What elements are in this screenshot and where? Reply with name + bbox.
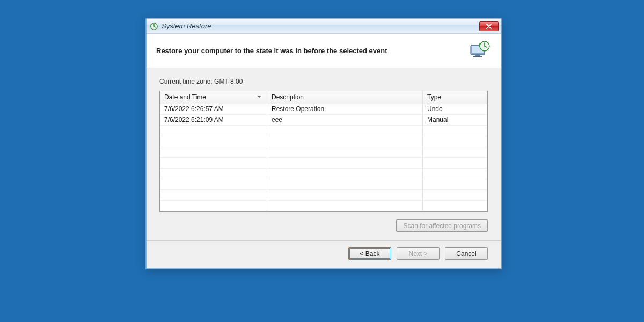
restore-points-table[interactable]: Date and Time Description Type 7/6/2022 …: [159, 91, 488, 212]
scan-row: Scan for affected programs: [159, 219, 488, 232]
cell-description: eee: [267, 115, 423, 125]
column-type[interactable]: Type: [423, 91, 487, 104]
table-row-empty: [160, 147, 487, 158]
header-area: Restore your computer to the state it wa…: [147, 34, 501, 68]
cell-type: Undo: [423, 104, 487, 114]
page-heading: Restore your computer to the state it wa…: [156, 47, 387, 55]
cancel-button[interactable]: Cancel: [445, 247, 488, 260]
scan-affected-programs-button[interactable]: Scan for affected programs: [396, 219, 488, 232]
column-date-time[interactable]: Date and Time: [160, 91, 267, 104]
cell-date: 7/6/2022 6:21:09 AM: [160, 115, 267, 125]
svg-rect-4: [475, 55, 480, 56]
titlebar: System Restore: [147, 19, 501, 34]
svg-rect-5: [473, 56, 482, 57]
close-button[interactable]: [479, 21, 499, 31]
cell-date: 7/6/2022 6:26:57 AM: [160, 104, 267, 114]
column-description[interactable]: Description: [267, 91, 423, 104]
table-row-empty: [160, 201, 487, 211]
column-label: Type: [427, 93, 441, 101]
sort-descending-icon: [257, 96, 261, 98]
cell-description: Restore Operation: [267, 104, 423, 114]
table-header: Date and Time Description Type: [160, 91, 487, 104]
table-row[interactable]: 7/6/2022 6:21:09 AMeeeManual: [160, 115, 487, 126]
table-row-empty: [160, 158, 487, 169]
content-area: Current time zone: GMT-8:00 Date and Tim…: [147, 68, 501, 240]
table-row-empty: [160, 190, 487, 201]
column-label: Description: [272, 93, 304, 101]
restore-monitor-icon: [469, 40, 491, 62]
table-row-empty: [160, 169, 487, 179]
next-button[interactable]: Next >: [397, 247, 440, 260]
system-restore-window: System Restore Restore your computer to …: [146, 18, 501, 269]
back-button[interactable]: < Back: [348, 247, 391, 260]
table-row[interactable]: 7/6/2022 6:26:57 AMRestore OperationUndo: [160, 104, 487, 115]
timezone-label: Current time zone: GMT-8:00: [159, 78, 488, 85]
table-row-empty: [160, 136, 487, 147]
title-text: System Restore: [162, 22, 479, 30]
wizard-footer: < Back Next > Cancel: [147, 240, 501, 268]
table-body: 7/6/2022 6:26:57 AMRestore OperationUndo…: [160, 104, 487, 211]
column-label: Date and Time: [164, 93, 206, 101]
table-row-empty: [160, 126, 487, 136]
table-row-empty: [160, 179, 487, 190]
system-restore-icon: [150, 22, 158, 31]
cell-type: Manual: [423, 115, 487, 125]
